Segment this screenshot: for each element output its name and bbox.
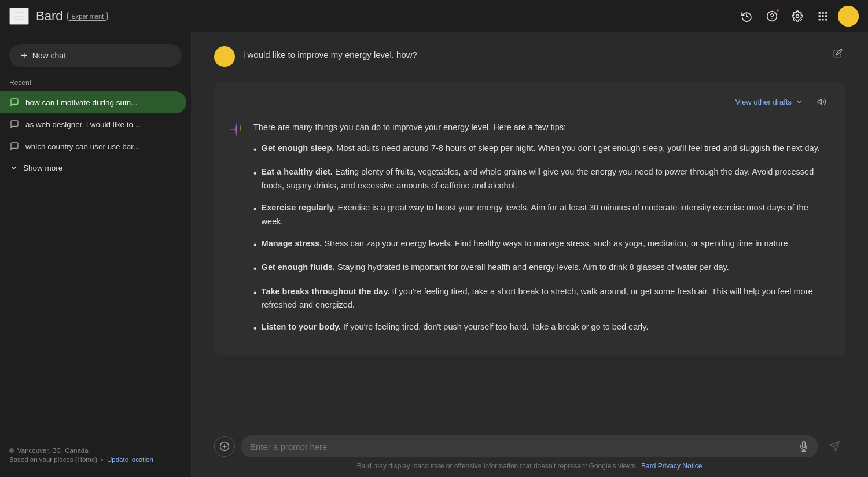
tip-6: Take breaks throughout the day. If you'r…	[253, 285, 831, 313]
ai-content: There are many things you can do to impr…	[228, 120, 831, 345]
sidebar-item-1[interactable]: how can i motivate during sum...	[0, 91, 186, 113]
disclaimer-text: Bard may display inaccurate or offensive…	[357, 462, 638, 470]
svg-rect-4	[819, 12, 821, 13]
top-header: Bard Experiment	[0, 0, 868, 32]
ai-intro: There are many things you can do to impr…	[253, 120, 831, 135]
show-more-label: Show more	[23, 164, 62, 172]
speaker-button[interactable]	[812, 93, 831, 111]
mic-button[interactable]	[799, 441, 809, 452]
tip-3: Exercise regularly. Exercise is a great …	[253, 201, 831, 229]
recent-label: Recent	[0, 76, 191, 91]
notification-dot	[775, 8, 780, 13]
add-content-button[interactable]	[214, 436, 235, 457]
sidebar-item-text-2: as web designer, i would like to ...	[25, 120, 177, 129]
svg-rect-8	[822, 15, 823, 17]
new-chat-label: New chat	[32, 51, 66, 60]
sidebar-footer: Vancouver, BC, Canada Based on your plac…	[0, 440, 191, 470]
svg-rect-9	[825, 15, 827, 17]
chevron-down-icon	[9, 163, 19, 172]
tip-7: Listen to your body. If you're feeling t…	[253, 320, 831, 336]
brand: Bard Experiment	[36, 9, 108, 24]
experiment-badge: Experiment	[67, 12, 108, 21]
tip-2: Eat a healthy diet. Eating plenty of fru…	[253, 165, 831, 193]
svg-rect-7	[819, 15, 821, 17]
chat-icon-1	[9, 97, 20, 108]
tip-5: Get enough fluids. Staying hydrated is i…	[253, 261, 831, 276]
new-chat-button[interactable]: + New chat	[9, 44, 182, 67]
sidebar-item-text-1: how can i motivate during sum...	[25, 98, 177, 107]
user-message-text: i would like to improve my energy level.…	[243, 46, 823, 60]
sidebar-item-text-3: which country can user use bar...	[25, 142, 177, 151]
user-avatar	[214, 46, 235, 67]
svg-rect-6	[825, 12, 827, 13]
disclaimer: Bard may display inaccurate or offensive…	[214, 457, 845, 472]
ai-tips-list: Get enough sleep. Most adults need aroun…	[253, 142, 831, 337]
new-chat-plus-icon: +	[21, 50, 28, 61]
send-button[interactable]	[824, 436, 845, 457]
svg-rect-12	[825, 19, 827, 20]
svg-rect-11	[822, 19, 823, 20]
user-message-actions	[831, 46, 845, 62]
chat-area: i would like to improve my energy level.…	[191, 32, 868, 477]
location-text: Vancouver, BC, Canada	[17, 447, 89, 454]
input-area: Bard may display inaccurate or offensive…	[191, 428, 868, 477]
chevron-down-icon	[795, 98, 803, 106]
edit-icon	[833, 49, 843, 58]
chat-icon-3	[9, 141, 20, 151]
apps-icon	[817, 10, 829, 22]
send-icon	[829, 441, 840, 452]
hamburger-button[interactable]	[9, 8, 29, 25]
header-right	[736, 6, 859, 27]
show-more-button[interactable]: Show more	[0, 157, 191, 178]
location-row: Vancouver, BC, Canada	[9, 447, 182, 454]
input-row	[214, 435, 845, 457]
prompt-input[interactable]	[250, 442, 794, 452]
speaker-icon	[817, 97, 826, 106]
update-location-link[interactable]: Update location	[107, 456, 153, 463]
sidebar-item-2[interactable]: as web designer, i would like to ...	[0, 113, 186, 135]
bard-logo-icon	[228, 121, 244, 138]
location-based: Based on your places (Home) • Update loc…	[9, 456, 182, 463]
svg-rect-5	[822, 12, 823, 13]
history-button[interactable]	[736, 6, 757, 27]
privacy-notice-link[interactable]: Bard Privacy Notice	[641, 462, 702, 470]
based-on-text: Based on your places (Home)	[9, 456, 97, 463]
sidebar-item-3[interactable]: which country can user use bar...	[0, 135, 186, 157]
settings-icon	[792, 10, 803, 22]
avatar	[838, 6, 859, 27]
chat-icon-2	[9, 119, 20, 130]
avatar-button[interactable]	[838, 6, 859, 27]
sidebar: + New chat Recent how can i motivate dur…	[0, 32, 191, 477]
ai-response-container: View other drafts	[214, 81, 845, 356]
apps-button[interactable]	[812, 6, 833, 27]
view-drafts-label: View other drafts	[735, 98, 792, 106]
ai-response-header: View other drafts	[228, 93, 831, 111]
header-left: Bard Experiment	[9, 8, 736, 25]
svg-rect-10	[819, 19, 821, 20]
history-icon	[741, 10, 752, 22]
prompt-input-wrapper	[241, 435, 818, 457]
svg-point-3	[796, 14, 799, 17]
main-layout: + New chat Recent how can i motivate dur…	[0, 32, 868, 477]
view-other-drafts-button[interactable]: View other drafts	[731, 95, 808, 109]
mic-icon	[799, 441, 809, 452]
settings-button[interactable]	[787, 6, 808, 27]
help-button[interactable]	[762, 6, 782, 27]
tip-1: Get enough sleep. Most adults need aroun…	[253, 142, 831, 157]
edit-message-button[interactable]	[831, 46, 845, 62]
user-message: i would like to improve my energy level.…	[214, 46, 845, 67]
plus-circle-icon	[219, 441, 230, 452]
location-dot-icon	[9, 448, 14, 453]
tip-4: Manage stress. Stress can zap your energ…	[253, 237, 831, 253]
svg-marker-13	[818, 99, 821, 104]
brand-name: Bard	[36, 9, 62, 24]
ai-response-controls: View other drafts	[731, 93, 831, 111]
chat-messages: i would like to improve my energy level.…	[191, 32, 868, 428]
ai-text: There are many things you can do to impr…	[253, 120, 831, 345]
